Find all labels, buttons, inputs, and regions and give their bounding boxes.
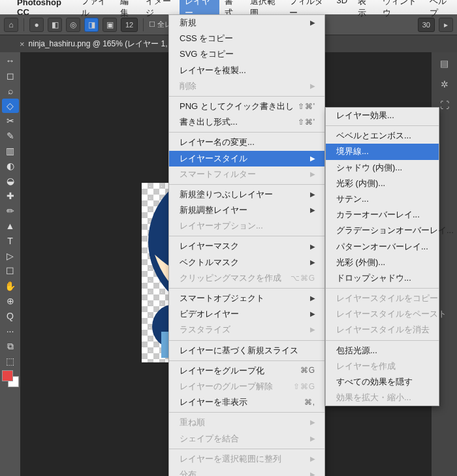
style-menu-item-8[interactable]: グラデーションオーバーレイ... [326, 223, 439, 238]
tool-12[interactable]: T [2, 234, 19, 248]
close-icon[interactable]: × [20, 39, 25, 49]
layer-menu-item-27[interactable]: レイヤーをグループ化⌘G [169, 363, 324, 379]
color-swatches[interactable] [2, 370, 19, 387]
layer-menu-item-32: シェイプを結合▶ [169, 431, 324, 447]
layer-menu-item-17[interactable]: レイヤーマスク▶ [169, 238, 324, 254]
layer-menu-item-23: ラスタライズ▶ [169, 322, 324, 338]
style-menu-item-0[interactable]: レイヤー効果... [326, 108, 439, 123]
tool-19[interactable]: ⧉ [2, 339, 19, 353]
layer-menu-item-22[interactable]: ビデオレイヤー▶ [169, 306, 324, 322]
menu-3D[interactable]: 3D [331, 0, 353, 19]
layer-menu-item-15: レイヤーオプション... [169, 218, 324, 234]
opt-1[interactable]: ◧ [48, 18, 62, 32]
opt-2[interactable]: ◎ [66, 18, 80, 32]
layer-menu-item-21[interactable]: スマートオブジェクト▶ [169, 291, 324, 306]
layer-menu-item-3[interactable]: レイヤーを複製... [169, 63, 324, 78]
tool-20[interactable]: ⬚ [2, 354, 19, 368]
style-menu-item-2[interactable]: ベベルとエンボス... [326, 128, 439, 144]
dock-icon-1[interactable]: ✲ [436, 77, 453, 91]
tool-8[interactable]: ◒ [2, 174, 19, 188]
menu-ウィンドウ[interactable]: ウィンドウ [377, 0, 424, 19]
layer-menu-item-29[interactable]: レイヤーを非表示⌘, [169, 394, 324, 410]
brush-preset[interactable]: ● [29, 18, 44, 32]
layer-menu-item-35: 分布▶ [169, 467, 324, 476]
panel-toggle[interactable]: ▸ [439, 18, 453, 32]
tool-1[interactable]: ◻ [2, 69, 19, 83]
tool-13[interactable]: ▷ [2, 249, 19, 263]
tool-10[interactable]: ✏ [2, 204, 19, 218]
style-menu-item-10[interactable]: 光彩 (外側)... [326, 255, 439, 270]
style-menu-item-15: レイヤースタイルを消去 [326, 322, 439, 338]
tool-15[interactable]: ✋ [2, 279, 19, 293]
style-menu-item-5[interactable]: 光彩 (内側)... [326, 176, 439, 191]
layer-menu-item-9[interactable]: レイヤー名の変更... [169, 135, 324, 150]
tool-14[interactable]: ☐ [2, 264, 19, 278]
style-menu-item-9[interactable]: パターンオーバーレイ... [326, 239, 439, 255]
style-menu-item-4[interactable]: シャドウ (内側)... [326, 160, 439, 176]
style-menu-item-14: レイヤースタイルをペースト [326, 306, 439, 322]
layer-menu-item-2[interactable]: SVG をコピー [169, 46, 324, 62]
tool-11[interactable]: ▲ [2, 219, 19, 233]
layer-menu-item-4: 削除▶ [169, 78, 324, 94]
style-menu-item-20: 効果を拡大・縮小... [326, 390, 439, 405]
layer-menu-item-31: 重ね順▶ [169, 415, 324, 430]
tool-panel: ↔◻⌕◇✂✎▥◐◒✚✏▲T▷☐✋⊕Q···⧉⬚ [0, 52, 21, 476]
style-menu-item-17[interactable]: 包括光源... [326, 343, 439, 358]
home-button[interactable]: ⌂ [4, 18, 18, 32]
tool-2[interactable]: ⌕ [2, 84, 19, 98]
dock-icon-0[interactable]: ▤ [436, 56, 453, 71]
menu-ヘルプ[interactable]: ヘルプ [424, 0, 457, 19]
tool-5[interactable]: ✎ [2, 129, 19, 143]
opt-4[interactable]: ▣ [102, 18, 117, 32]
layer-menu: 新規▶CSS をコピーSVG をコピーレイヤーを複製...削除▶PNG としてク… [168, 14, 325, 476]
style-menu-item-7[interactable]: カラーオーバーレイ... [326, 207, 439, 223]
opacity-field[interactable]: 12 [121, 18, 138, 32]
document-tab[interactable]: × ninja_hashiru.png @ 165% (レイヤー 1, RG [20, 39, 181, 50]
layer-menu-item-34: レイヤーを選択範囲に整列▶ [169, 451, 324, 467]
tool-16[interactable]: ⊕ [2, 294, 19, 308]
menu-編集[interactable]: 編集 [115, 0, 140, 19]
layer-menu-item-13[interactable]: 新規塗りつぶしレイヤー▶ [169, 187, 324, 202]
tool-0[interactable]: ↔ [2, 54, 19, 68]
menu-ファイル[interactable]: ファイル [76, 0, 116, 19]
layer-menu-item-10[interactable]: レイヤースタイル▶ [169, 151, 324, 167]
layer-menu-item-28: レイヤーのグループ解除⇧⌘G [169, 379, 324, 394]
style-menu-item-18: レイヤーを作成 [326, 358, 439, 374]
style-menu-item-6[interactable]: サテン... [326, 191, 439, 207]
layer-menu-item-19: クリッピングマスクを作成⌥⌘G [169, 270, 324, 286]
tool-3[interactable]: ◇ [2, 99, 19, 113]
style-menu-item-19[interactable]: すべての効果を隠す [326, 374, 439, 390]
tool-17[interactable]: Q [2, 309, 19, 323]
style-menu-item-3[interactable]: 境界線... [326, 144, 439, 159]
layer-menu-item-6[interactable]: PNG としてクイック書き出し⇧⌘' [169, 99, 324, 114]
layer-menu-item-18[interactable]: ベクトルマスク▶ [169, 255, 324, 270]
layer-menu-item-0[interactable]: 新規▶ [169, 15, 324, 31]
layer-menu-item-7[interactable]: 書き出し形式...⇧⌘' [169, 114, 324, 130]
menu-表示[interactable]: 表示 [353, 0, 377, 19]
opt-3[interactable]: ◨ [84, 18, 99, 32]
brush-size[interactable]: 30 [418, 18, 435, 32]
layer-menu-item-14[interactable]: 新規調整レイヤー▶ [169, 202, 324, 218]
layer-menu-item-25[interactable]: レイヤーに基づく新規スライス [169, 343, 324, 358]
layer-menu-item-1[interactable]: CSS をコピー [169, 31, 324, 46]
style-menu-item-11[interactable]: ドロップシャドウ... [326, 270, 439, 286]
tool-4[interactable]: ✂ [2, 114, 19, 128]
tool-6[interactable]: ▥ [2, 144, 19, 158]
tab-title: ninja_hashiru.png @ 165% (レイヤー 1, RG [29, 39, 181, 50]
tool-9[interactable]: ✚ [2, 189, 19, 203]
app-name[interactable]: Photoshop CC [12, 0, 75, 17]
tool-7[interactable]: ◐ [2, 159, 19, 173]
layer-style-submenu: レイヤー効果...ベベルとエンボス...境界線...シャドウ (内側)...光彩… [325, 107, 439, 406]
tool-18[interactable]: ··· [2, 324, 19, 338]
style-menu-item-13: レイヤースタイルをコピー [326, 291, 439, 306]
mac-menubar: Photoshop CC ファイル編集イメージレイヤー書式選択範囲フィルター3D… [0, 0, 457, 14]
layer-menu-item-11: スマートフィルター▶ [169, 167, 324, 182]
